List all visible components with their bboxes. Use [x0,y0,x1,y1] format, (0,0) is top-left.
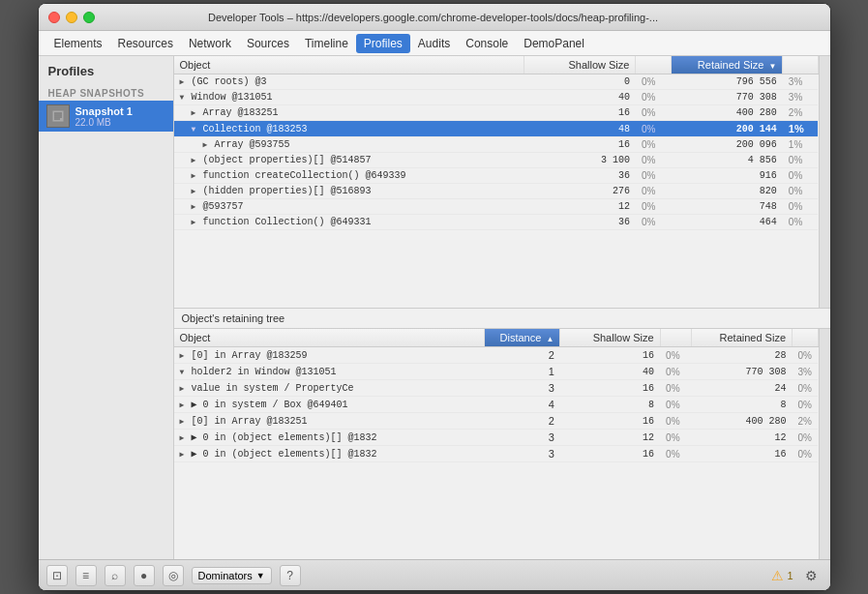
tree-toggle[interactable]: ▶ [180,450,190,459]
maximize-button[interactable] [83,12,95,23]
menu-network[interactable]: Network [181,34,239,53]
table-row[interactable]: ▶[0] in Array @1832592160%280% [174,347,819,364]
lower-retained-cell: 28 [692,347,793,364]
object-cell: ▶(object properties)[] @514857 [174,153,524,168]
search-btn[interactable]: ⌕ [105,565,126,586]
list-btn[interactable]: ≡ [75,565,97,586]
close-button[interactable] [48,12,60,23]
th-object[interactable]: Object [174,56,524,74]
table-row[interactable]: ▼holder2 in Window @1310511400%770 3083% [174,364,819,380]
th-distance[interactable]: Distance ▲ [484,329,560,347]
lower-scrollbar[interactable] [819,329,830,559]
panel-btn[interactable]: ⊡ [46,565,68,586]
table-row[interactable]: ▶(hidden properties)[] @5168932760%8200% [174,184,819,199]
lower-shallow-cell: 40 [560,364,660,380]
table-row[interactable]: ▶Array @183251160%400 2802% [174,105,819,121]
menu-sources[interactable]: Sources [239,34,297,53]
lower-shallow-pct-cell: 0% [660,380,692,397]
upper-table-scroll[interactable]: Object Shallow Size Retained Size ▼ ▶(GC… [174,56,819,308]
th-lower-retained[interactable]: Retained Size [692,329,793,347]
lower-retained-pct-cell: 0% [793,397,818,413]
tree-toggle[interactable]: ▼ [180,368,190,376]
tree-toggle[interactable]: ▶ [192,202,201,211]
record-btn[interactable]: ● [134,565,155,586]
snapshot-name: Snapshot 1 [75,105,165,117]
devtools-window: Developer Tools – https://developers.goo… [38,3,831,591]
th-shallow-size[interactable]: Shallow Size [524,56,636,74]
upper-scrollbar[interactable] [819,56,830,308]
table-row[interactable]: ▶function createCollection() @649339360%… [174,168,819,184]
table-row[interactable]: ▶▶ 0 in (object elements)[] @18323120%12… [174,430,819,446]
lower-shallow-pct-cell: 0% [660,347,692,364]
shallow-size-cell: 3 100 [524,153,636,168]
retained-pct-cell: 1% [783,137,818,153]
shallow-pct-cell: 0% [636,90,671,105]
menu-console[interactable]: Console [458,34,516,53]
table-row[interactable]: ▶(GC roots) @300%796 5563% [174,74,819,90]
object-cell: ▶Array @593755 [174,137,524,153]
menu-timeline[interactable]: Timeline [297,34,356,53]
menu-profiles[interactable]: Profiles [356,34,410,53]
stop-btn[interactable]: ◎ [163,565,184,586]
shallow-pct-cell: 0% [636,153,671,168]
lower-shallow-cell: 8 [560,397,660,413]
tree-toggle[interactable]: ▼ [180,93,190,102]
table-row[interactable]: ▶▶ 0 in system / Box @649401480%80% [174,397,819,413]
table-row[interactable]: ▶▶ 0 in (object elements)[] @18323160%16… [174,446,819,462]
tree-toggle[interactable]: ▶ [192,187,201,195]
th-lower-object[interactable]: Object [174,329,485,347]
sidebar-title: Profiles [39,56,173,82]
tree-toggle[interactable]: ▶ [180,351,190,360]
sidebar-snapshot-item[interactable]: Snapshot 1 22.0 MB [39,101,173,132]
table-row[interactable]: ▶function Collection() @649331360%4640% [174,215,819,230]
tree-toggle[interactable]: ▶ [203,140,213,149]
lower-shallow-cell: 16 [560,380,660,397]
lower-table-scroll[interactable]: Object Distance ▲ Shallow Size Retained … [174,329,819,559]
table-row[interactable]: ▼Window @131051400%770 3083% [174,90,819,105]
tree-toggle[interactable]: ▶ [192,108,201,117]
object-cell: ▶Array @183251 [174,105,524,121]
tree-toggle[interactable]: ▶ [180,417,190,426]
tree-toggle[interactable]: ▶ [180,401,190,409]
dominators-label: Dominators [198,570,253,581]
table-row[interactable]: ▼Collection @183253480%200 1441% [174,121,819,137]
menu-demopanel[interactable]: DemoPanel [516,34,592,53]
table-row[interactable]: ▶(object properties)[] @5148573 1000%4 8… [174,153,819,168]
tree-toggle[interactable]: ▶ [180,433,190,442]
table-row[interactable]: ▶[0] in Array @1832512160%400 2802% [174,413,819,430]
shallow-pct-cell: 0% [636,199,671,215]
distance-cell: 2 [484,347,560,364]
help-btn[interactable]: ? [280,565,301,586]
table-row[interactable]: ▶@593757120%7480% [174,199,819,215]
tree-toggle[interactable]: ▶ [180,384,190,393]
tree-toggle[interactable]: ▶ [180,77,190,86]
retained-pct-cell: 0% [783,199,818,215]
object-cell: ▶(hidden properties)[] @516893 [174,184,524,199]
retained-size-cell: 748 [671,199,783,215]
traffic-lights [48,12,95,23]
menubar: Elements Resources Network Sources Timel… [39,31,830,56]
tree-toggle[interactable]: ▶ [192,218,201,226]
dominators-select[interactable]: Dominators ▼ [192,567,272,584]
menu-elements[interactable]: Elements [46,34,110,53]
dropdown-arrow: ▼ [256,571,265,580]
gear-button[interactable]: ⚙ [801,565,823,586]
table-row[interactable]: ▶Array @593755160%200 0961% [174,137,819,153]
shallow-pct-cell: 0% [636,168,671,184]
minimize-button[interactable] [66,12,77,23]
lower-retained-pct-cell: 2% [793,413,818,430]
tree-toggle[interactable]: ▶ [192,171,201,180]
table-row[interactable]: ▶value in system / PropertyCe3160%240% [174,380,819,397]
retained-size-cell: 200 096 [671,137,783,153]
menu-audits[interactable]: Audits [410,34,458,53]
lower-object-cell: ▶[0] in Array @183259 [174,347,485,364]
th-lower-shallow[interactable]: Shallow Size [560,329,660,347]
menu-resources[interactable]: Resources [110,34,181,53]
tree-toggle[interactable]: ▼ [192,125,201,134]
th-retained-size[interactable]: Retained Size ▼ [671,56,783,74]
snapshot-info: Snapshot 1 22.0 MB [75,105,165,128]
shallow-size-cell: 0 [524,74,636,90]
tree-toggle[interactable]: ▶ [192,156,201,164]
retained-pct-cell: 0% [783,153,818,168]
lower-retained-pct-cell: 0% [793,430,818,446]
